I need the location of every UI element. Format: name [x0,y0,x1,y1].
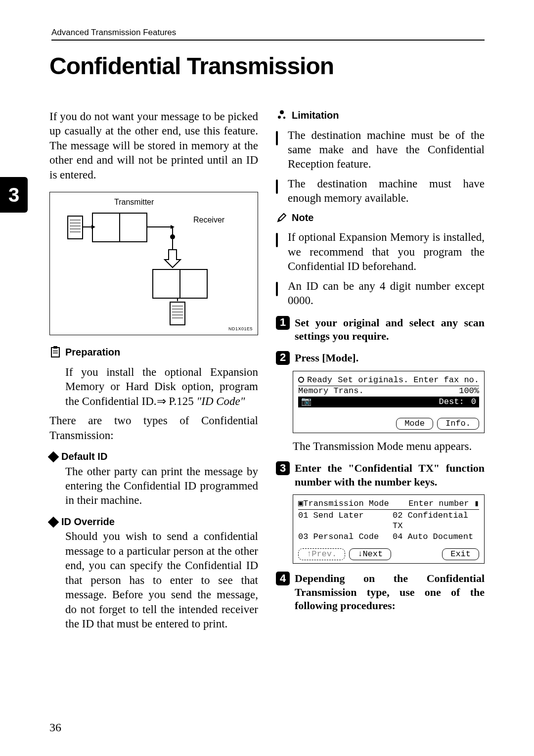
page-title: Confidential Transmission [49,52,485,80]
preparation-block: Preparation [49,346,258,360]
default-id-label: Default ID [61,450,107,463]
lcd2-header-left: Transmission Mode [303,499,389,508]
step-2-text: Press Mode. [295,351,485,365]
two-column-layout: If you do not want your message to be pi… [49,109,485,636]
list-item: An ID can be any 4 digit number except 0… [276,279,485,308]
left-column: If you do not want your message to be pi… [49,109,258,636]
lcd-dest-bar: 📷 Dest: 0 [298,397,479,407]
types-intro: There are two types of Confidential Tran… [49,413,258,443]
limitation-block: Limitation [276,109,485,123]
default-id-body: The other party can print the message by… [65,464,258,508]
lcd-exit-button[interactable]: Exit [442,548,479,560]
lcd-next-button[interactable]: ↓Next [349,548,391,560]
step-number-icon: 1 [276,316,290,330]
page: Advanced Transmission Features Confident… [0,0,534,636]
lcd-prev-button[interactable]: ↑Prev. [298,548,345,560]
lcd-info-button[interactable]: Info. [437,418,479,430]
step-2-after: The Transmission Mode menu appears. [293,439,485,453]
transmitter-receiver-diagram [59,207,237,326]
clipboard-icon [49,346,61,358]
svg-rect-17 [170,302,185,325]
note-list: If optional Expansion Memory is installe… [276,230,485,308]
svg-rect-24 [51,348,59,357]
lcd-prompt: Set originals. Enter fax no. [338,375,479,385]
lcd-mode-button[interactable]: Mode [396,418,433,430]
limitation-icon [276,109,288,121]
section-tab: 3 [0,177,28,213]
limitation-label: Limitation [292,109,485,122]
list-item: If optional Expansion Memory is installe… [276,230,485,273]
lcd-screen-ready: Ready Set originals. Enter fax no. Memor… [293,371,485,433]
step-1: 1 Set your original and select any scan … [276,316,485,343]
preparation-ref: "ID Code" [197,395,245,407]
diagram-box: Transmitter Receiver [49,192,258,335]
svg-rect-25 [53,346,57,349]
list-item: The destination machine must have enough… [276,177,485,206]
diamond-icon [48,451,59,462]
svg-point-28 [280,110,284,114]
svg-point-13 [170,234,175,239]
note-label: Note [292,212,485,224]
note-item-1: If optional Expansion Memory is installe… [288,230,485,273]
right-column: Limitation The destination machine must … [276,109,485,636]
list-item: The destination machine must be of the s… [276,128,485,172]
preparation-body: If you install the optional Expansion Me… [65,365,258,408]
step-2-text-a: Press [295,352,322,364]
lcd-percent: 100% [459,386,479,396]
running-head: Advanced Transmission Features [51,28,485,41]
lcd-dest-value: 0 [471,397,476,406]
diamond-icon [48,516,59,528]
diagram-code: ND1X01E5 [228,326,253,332]
pencil-icon [276,212,288,223]
circle-icon [298,377,304,383]
default-id-heading-row: Default ID [49,450,258,463]
step-3: 3 Enter the "Confidential TX" function n… [276,461,485,489]
diagram-transmitter-label: Transmitter [114,197,154,207]
lcd-ready-label: Ready [307,375,332,385]
svg-rect-26 [53,351,58,352]
limitation-item-2: The destination machine must have enough… [288,177,485,206]
limitation-list: The destination machine must be of the s… [276,128,485,206]
lcd2-header-right: Enter number [408,499,469,508]
note-item-2: An ID can be any 4 digit number except 0… [288,279,485,308]
lcd-dest-label: Dest: [437,397,466,406]
svg-point-29 [278,116,281,119]
id-override-heading-row: ID Override [49,516,258,529]
id-override-body: Should you wish to send a confidential m… [65,529,258,631]
lcd2-opt4: 04 Auto Document [393,532,479,542]
page-number: 36 [49,721,61,734]
svg-point-30 [283,117,285,119]
lcd2-opt3: 03 Personal Code [298,532,385,542]
note-block: Note [276,212,485,225]
step-2: 2 Press Mode. [276,351,485,365]
step-4: 4 Depending on the Confidential Transmis… [276,572,485,613]
intro-paragraph: If you do not want your message to be pi… [49,109,258,182]
svg-rect-0 [68,216,83,239]
svg-rect-27 [53,353,58,354]
mode-keycap: Mode [322,352,356,364]
lcd2-opt1: 01 Send Later [298,511,385,531]
step-3-text: Enter the "Confidential TX" function num… [295,461,485,489]
step-1-text: Set your original and select any scan se… [295,316,485,343]
lcd2-opt2: 02 Confidential TX [393,511,479,531]
step-4-text: Depending on the Confidential Transmissi… [295,572,485,613]
limitation-item-1: The destination machine must be of the s… [288,128,485,172]
step-number-icon: 2 [276,351,290,365]
preparation-label: Preparation [65,346,258,359]
step-2-text-b: . [356,352,359,364]
lcd-memory-trans: Memory Trans. [298,386,364,396]
step-number-icon: 4 [276,572,290,585]
id-override-label: ID Override [61,516,115,529]
step-number-icon: 3 [276,461,290,475]
lcd-screen-transmission-mode: ▣Transmission Mode Enter number ▮ 01 Sen… [293,494,485,564]
